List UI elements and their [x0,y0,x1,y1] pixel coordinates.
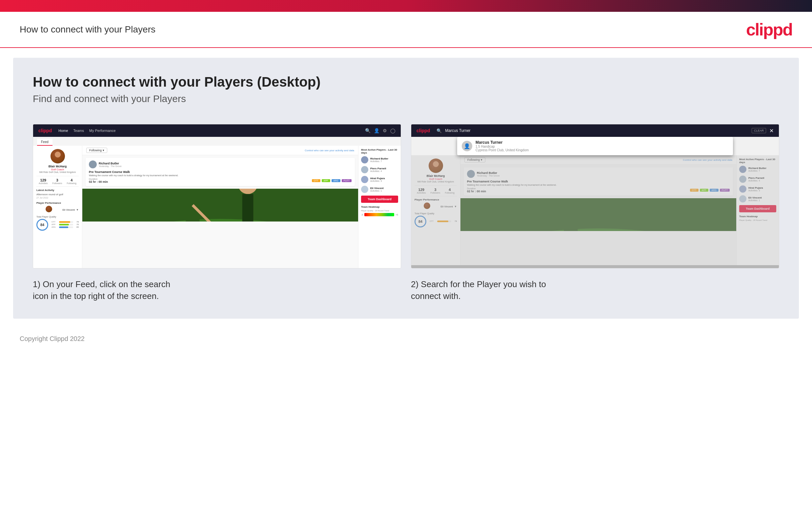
avatar-icon[interactable]: ◯ [390,128,395,133]
profile-role-2: Golf Coach [415,177,457,180]
most-active-title: Most Active Players - Last 30 days [361,148,398,154]
settings-icon[interactable]: ⚙ [383,128,387,133]
top-bar [0,0,812,12]
close-icon[interactable]: ✕ [769,128,774,134]
tag-ott: OTT [312,179,321,182]
player-avatar [46,206,52,212]
player-item-1: Richard Butler Activities: 7 [361,156,398,163]
player-item-2: Piers Parnell Activities: 4 [361,166,398,173]
avatar [50,149,65,163]
profile-name-2: Blair McHarg [415,174,457,177]
player-avatar-4 [361,186,368,193]
bar-app: APP 70 [51,223,79,225]
score-circle: 84 [36,219,48,231]
bar-ott: OTT 79 [51,221,79,223]
player-avatar-3 [361,176,368,183]
page-heading: How to connect with your Players (Deskto… [33,74,779,90]
page-subheading: Find and connect with your Players [33,93,779,104]
nav-home[interactable]: Home [58,129,68,133]
tag-arg: ARG [332,179,340,182]
mini-layout-1: Blair McHarg Golf Coach Mill Ride Golf C… [33,146,401,268]
dimmed-content: Blair McHarg Golf Coach Mill Ride Golf C… [411,155,779,268]
search-icon-2: 🔍 [436,128,442,133]
player-item-4: Eli Vincent Activities: 1 [361,186,398,193]
following-bar: Following ▾ Control who can see your act… [82,146,358,155]
duration-label: Duration [89,178,108,180]
duration-section: Duration 02 hr : 00 min [89,178,108,183]
copyright: Copyright Clippd 2022 [20,335,85,342]
svg-rect-6 [242,194,253,221]
search-result-info: Marcus Turner 1.5 Handicap Cypress Point… [476,140,529,152]
mini-nav-2: clippd 🔍 Marcus Turner CLEAR ✕ [411,124,779,137]
profile-role: Golf Coach [36,168,79,171]
mini-app-1: clippd Home Teams My Performance 🔍 👤 ⚙ ◯… [33,124,401,268]
mini-middle-2: Following ▾ Control who can see your act… [461,155,736,265]
search-icon[interactable]: 🔍 [365,128,371,133]
header: How to connect with your Players clippd [0,12,812,48]
search-result-dropdown[interactable]: 👤 Marcus Turner 1.5 Handicap Cypress Poi… [457,137,733,155]
search-result-handicap: 1.5 Handicap [476,145,529,148]
activity-user-sub: Yesterday · The Grove [99,165,351,167]
duration-row: Duration 02 hr : 00 min OTT APP ARG PUTT [89,178,351,183]
activity-card: Richard Butler Yesterday · The Grove Pre… [86,158,355,186]
search-result-avatar: 👤 [462,141,472,151]
mini-profile-2: Blair McHarg Golf Coach Mill Ride Golf C… [415,159,457,183]
mini-logo-1: clippd [38,128,52,133]
nav-teams[interactable]: Teams [74,129,84,133]
avatar-2 [429,159,443,173]
screenshot-2-wrapper: clippd 🔍 Marcus Turner CLEAR ✕ 👤 Marcus … [411,124,779,302]
caption-text-2: 2) Search for the Player you wish toconn… [411,278,779,302]
following-button[interactable]: Following ▾ [86,148,107,153]
nav-performance[interactable]: My Performance [89,129,116,133]
activity-user-info: Richard Butler Yesterday · The Grove [99,162,351,167]
caption-2: 2) Search for the Player you wish toconn… [411,268,779,302]
search-bar: 🔍 Marcus Turner CLEAR ✕ [436,128,774,134]
search-result-name: Marcus Turner [476,140,529,145]
caption-1: 1) On your Feed, click on the searchicon… [33,268,401,302]
mini-middle-panel: Following ▾ Control who can see your act… [82,146,358,268]
user-icon[interactable]: 👤 [374,128,379,133]
stat-followers: 3 Followers [52,178,62,184]
tag-app: APP [322,179,330,182]
svg-rect-7 [461,198,736,231]
stat-activities: 129 Activities [39,178,48,184]
mini-logo-2: clippd [417,128,430,133]
team-dashboard-button-2[interactable]: Team Dashboard [739,205,776,212]
player-avatar-2 [361,166,368,173]
activity-tags: OTT APP ARG PUTT [312,179,351,182]
mini-nav-actions: 🔍 👤 ⚙ ◯ [365,128,395,133]
mini-left-panel: Blair McHarg Golf Coach Mill Ride Golf C… [33,146,82,268]
feed-tab[interactable]: Feed [37,139,52,146]
mini-profile: Blair McHarg Golf Coach Mill Ride Golf C… [36,149,79,173]
player-info-2: Piers Parnell Activities: 4 [370,167,386,172]
heatmap-title: Team Heatmap [361,205,398,208]
activity-user-row: Richard Butler Yesterday · The Grove [89,161,351,168]
main-content: How to connect with your Players (Deskto… [13,58,799,319]
clear-button[interactable]: CLEAR [752,128,766,133]
mini-app-2: clippd 🔍 Marcus Turner CLEAR ✕ 👤 Marcus … [411,124,779,268]
player-info-4: Eli Vincent Activities: 1 [370,187,384,192]
mini-stats: 129 Activities 3 Followers 4 Following [36,176,79,187]
caption-text-1: 1) On your Feed, click on the searchicon… [33,278,401,302]
screenshot-1-wrapper: clippd Home Teams My Performance 🔍 👤 ⚙ ◯… [33,124,401,302]
clippd-logo: clippd [746,20,792,39]
player-info-1: Richard Butler Activities: 7 [370,157,388,162]
footer: Copyright Clippd 2022 [0,329,812,349]
mini-right-2: Most Active Players - Last 30 days Richa… [736,155,779,265]
mini-right-panel: Most Active Players - Last 30 days Richa… [358,146,401,268]
bar-arg: ARG 65 [51,226,79,228]
search-result-club: Cypress Point Club, United Kingdom [476,148,529,152]
player-avatar-1 [361,156,368,163]
search-input-display[interactable]: Marcus Turner [445,128,748,133]
svg-rect-10 [564,198,577,231]
activity-user-name: Richard Butler [99,162,351,165]
control-link[interactable]: Control who can see your activity and da… [305,149,354,152]
activity-desc: Walking the course with my coach to buil… [89,174,351,176]
mini-left-2: Blair McHarg Golf Coach Mill Ride Golf C… [411,155,461,265]
total-quality-label: Total Player Quality [36,216,79,218]
mini-nav-items-1: Home Teams My Performance [58,129,115,133]
performance-bars: OTT 79 APP [50,221,79,229]
team-dashboard-button[interactable]: Team Dashboard [361,196,398,203]
dropdown-arrow-icon[interactable]: ▼ [76,208,79,211]
latest-activity-name: Afternoon round of golf [36,193,79,196]
